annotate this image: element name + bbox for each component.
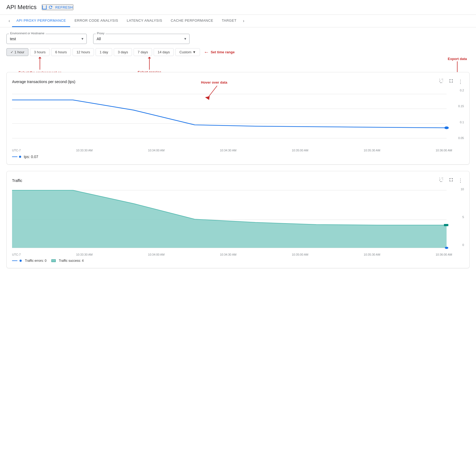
tps-x-3: 10:34:30 AM [220,149,236,152]
proxy-select[interactable]: All [93,34,190,44]
tps-x-axis: UTC-7 10:33:30 AM 10:34:00 AM 10:34:30 A… [12,149,452,152]
arrow-up-proxy-icon [148,57,151,70]
refresh-label: REFRESH [55,5,73,9]
time-btn-7days[interactable]: 7 days [134,48,152,56]
tps-chart-filter-icon[interactable] [438,78,445,85]
tps-x-5: 10:35:30 AM [364,149,380,152]
time-3days-label: 3 days [118,50,128,54]
traffic-errors-legend-item: Traffic errors: 0 [12,259,47,263]
annotation-proxy: Select proxies [138,57,161,74]
time-btn-12hours[interactable]: 12 hours [73,48,94,56]
traffic-x-utc7: UTC-7 [12,253,21,256]
tps-chart-title: Average transactions per second (tps) [12,80,75,84]
proxy-label: Proxy [96,32,105,35]
traffic-chart-area: 10 5 0 [12,188,464,252]
tps-legend: tps: 0.07 [12,155,464,159]
traffic-success-legend-item: Traffic success: 4 [51,259,84,263]
tps-legend-text: tps: 0.07 [24,155,38,159]
svg-rect-17 [444,224,448,226]
proxy-filter: Proxy All ▼ [93,34,190,44]
traffic-x-1: 10:33:30 AM [76,253,93,256]
refresh-icon [48,5,53,10]
time-range-row: ✓ 1 hour 3 hours 6 hours 12 hours 1 day … [6,48,470,56]
time-14days-label: 14 days [158,50,170,54]
time-btn-3hours[interactable]: 3 hours [30,48,50,56]
time-1day-label: 1 day [100,50,108,54]
traffic-chart-svg [12,188,464,252]
traffic-errors-line [12,260,17,261]
tps-legend-dot [19,156,21,158]
refresh-icon [42,5,47,9]
traffic-chart-expand-icon[interactable] [447,177,455,184]
tab-api-proxy[interactable]: API PROXY PERFORMANCE [12,15,70,27]
traffic-x-axis: UTC-7 10:33:30 AM 10:34:00 AM 10:34:30 A… [12,253,452,256]
time-btn-custom[interactable]: Custom ▼ [175,48,200,56]
refresh-button[interactable]: REFRESH [42,4,73,10]
tps-chart-card: Average transactions per second (tps) ⋮ [6,72,470,165]
arrow-left-icon: ← [204,49,209,55]
traffic-x-2: 10:34:00 AM [148,253,165,256]
tps-chart-more-icon[interactable]: ⋮ [457,78,464,85]
tps-x-1: 10:33:30 AM [76,149,93,152]
tps-x-2: 10:34:00 AM [148,149,165,152]
custom-dropdown-arrow: ▼ [192,50,196,54]
svg-point-10 [444,126,449,129]
time-1hour-label: 1 hour [14,50,24,54]
arrow-up-env-icon [38,57,41,70]
tps-chart-svg [12,89,464,148]
page-title: API Metrics [6,4,36,11]
svg-marker-3 [148,57,151,58]
traffic-y-5: 5 [453,215,464,219]
time-7days-label: 7 days [138,50,148,54]
tab-prev-button[interactable]: ‹ [6,18,12,23]
tab-cache[interactable]: CACHE PERFORMANCE [167,15,218,27]
traffic-x-6: 10:36:00 AM [436,253,452,256]
time-12hours-label: 12 hours [77,50,90,54]
tab-target[interactable]: TARGET [218,15,241,27]
svg-point-18 [445,247,448,249]
tps-chart-area: 0.2 0.15 0.1 0.05 [12,89,464,148]
tab-error-code[interactable]: ERROR CODE ANALYSIS [70,15,122,27]
time-btn-1day[interactable]: 1 day [96,48,112,56]
tab-next-button[interactable]: › [241,18,246,23]
time-6hours-label: 6 hours [55,50,67,54]
annotation-export: Export data [448,57,467,74]
svg-marker-1 [38,57,41,58]
time-btn-6hours[interactable]: 6 hours [51,48,71,56]
traffic-x-5: 10:35:30 AM [364,253,380,256]
traffic-y-10: 10 [453,188,464,191]
environment-filter: Environment or Hostname test ▼ [6,34,87,44]
traffic-y-axis: 10 5 0 [453,188,464,247]
tps-x-4: 10:35:00 AM [292,149,308,152]
traffic-errors-label: Traffic errors: 0 [25,259,47,263]
time-btn-14days[interactable]: 14 days [154,48,174,56]
time-btn-1hour[interactable]: ✓ 1 hour [6,48,28,56]
custom-label: Custom [179,50,191,54]
environment-label: Environment or Hostname [9,32,46,35]
tps-chart-expand-icon[interactable] [447,78,455,85]
time-btn-3days[interactable]: 3 days [114,48,132,56]
tps-y-0.2: 0.2 [453,89,464,92]
traffic-success-rect [51,259,56,262]
tps-y-axis: 0.2 0.15 0.1 0.05 [453,89,464,140]
traffic-x-4: 10:35:00 AM [292,253,308,256]
svg-marker-16 [12,190,447,248]
traffic-y-0: 0 [453,243,464,247]
traffic-legend: Traffic errors: 0 Traffic success: 4 [12,259,464,263]
tps-x-utc7: UTC-7 [12,149,21,152]
set-time-range-annotation: Set time range [211,50,235,54]
tps-x-6: 10:36:00 AM [436,149,452,152]
tps-legend-line [12,156,17,157]
tps-y-0.1: 0.1 [453,121,464,124]
tps-y-0.15: 0.15 [453,104,464,108]
traffic-chart-title: Traffic [12,178,22,183]
environment-select[interactable]: test [6,34,87,44]
checkmark-icon: ✓ [10,50,13,54]
annotation-export-text: Export data [448,57,467,61]
traffic-success-label: Traffic success: 4 [59,259,84,263]
traffic-chart-more-icon[interactable]: ⋮ [457,177,464,184]
traffic-chart-filter-icon[interactable] [438,177,445,184]
tab-latency[interactable]: LATENCY ANALYSIS [123,15,167,27]
traffic-chart-card: Traffic ⋮ [6,171,470,268]
tps-y-0.05: 0.05 [453,136,464,140]
